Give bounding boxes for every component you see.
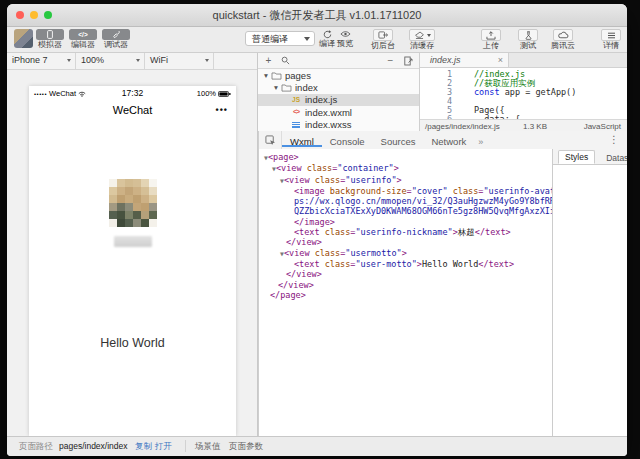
compile-mode-select[interactable]: 普通编译 (245, 31, 315, 46)
tree-item-index-wxml[interactable]: <>index.wxml (258, 106, 419, 118)
userinfo-avatar[interactable] (109, 179, 157, 227)
tab-network[interactable]: Network (423, 136, 474, 147)
wxml-node[interactable]: ▼<page> (259, 152, 552, 163)
wrench-icon (112, 30, 121, 39)
debugger-tab-bar: WxmlConsoleSourcesNetwork» ⋮ (259, 131, 627, 150)
toolbar-button-simulator[interactable]: 模拟器 (32, 29, 68, 49)
devtools-menu-icon[interactable]: ⋮ (605, 132, 623, 148)
preview-button[interactable]: 预览 (331, 29, 359, 48)
details-button[interactable]: 详情 (597, 29, 625, 50)
tree-expand-arrow[interactable]: ▼ (272, 84, 280, 91)
title-bar[interactable]: quickstart - 微信开发者工具 v1.01.1711020 (7, 4, 627, 27)
page-path-label: 页面路径 (19, 441, 53, 453)
switch-background-button[interactable]: 切后台 (366, 29, 400, 50)
toolbar: 模拟器 </> 编辑器 调试器 普通编译 编译 预览 切后台 清缓存 (7, 27, 627, 53)
tab-overflow-icon[interactable]: » (474, 137, 487, 147)
search-icon[interactable] (279, 54, 292, 67)
tab-sources[interactable]: Sources (373, 136, 424, 147)
device-select[interactable]: iPhone 7 (7, 53, 76, 69)
eraser-icon (414, 31, 425, 39)
upload-icon (486, 31, 496, 40)
wxml-node[interactable]: ▼<view class="container"> (259, 163, 552, 174)
chevron-down-icon (205, 59, 209, 62)
tab-index-js[interactable]: index.js × (420, 53, 509, 67)
chevron-down-icon (427, 34, 431, 37)
test-button[interactable]: 测试 (514, 29, 542, 50)
tree-item-index[interactable]: ▼index (258, 81, 419, 93)
code-icon: </> (69, 29, 97, 40)
more-button[interactable]: ••• (216, 100, 228, 120)
tencent-cloud-button[interactable]: 腾讯云 (545, 29, 581, 50)
tree-item-index-js[interactable]: JSindex.js (258, 94, 419, 106)
wxml-node[interactable]: </view> (259, 237, 552, 247)
wxml-node[interactable]: QZZbicXciaTXExXyD0KWAM68OGM66nTe5gz8HW5Q… (259, 206, 552, 216)
file-tree: ▼pages▼indexJSindex.js<>index.wxmlindex.… (258, 69, 419, 131)
status-bar: 页面路径 pages/index/index 复制 打开 场景值 页面参数 (7, 436, 627, 456)
main-area: iPhone 7 100% WiFi ••••• WeChat 17:32 10… (7, 53, 627, 437)
tree-item-pages[interactable]: ▼pages (258, 69, 419, 81)
flask-icon (524, 31, 533, 40)
scale-select[interactable]: 100% (76, 53, 145, 69)
simulator-panel: iPhone 7 100% WiFi ••••• WeChat 17:32 10… (7, 53, 258, 437)
file-path: /pages/index/index.js (425, 122, 500, 131)
wxml-node[interactable]: ps://wx.qlogo.cn/mmopen/vi_32/Q3auHgzwzM… (259, 196, 552, 206)
page-title: WeChat (29, 100, 236, 120)
inspect-element-icon[interactable] (259, 131, 282, 149)
user-avatar[interactable] (14, 29, 33, 48)
locate-file-icon[interactable] (402, 54, 415, 67)
close-button[interactable] (16, 11, 24, 19)
tree-item-index-wxss[interactable]: index.wxss (258, 119, 419, 131)
close-tab-icon[interactable]: × (498, 53, 503, 67)
chevron-down-icon (304, 37, 310, 41)
page-path-value: pages/index/index (59, 441, 128, 451)
upload-button[interactable]: 上传 (477, 29, 505, 50)
battery-icon (218, 91, 231, 97)
scene-value-button[interactable]: 场景值 (195, 441, 221, 453)
language-mode[interactable]: JavaScript (584, 122, 621, 131)
tab-styles[interactable]: Styles (558, 150, 595, 164)
debugger-panel: WxmlConsoleSourcesNetwork» ⋮ ▼<page>▼<vi… (258, 131, 627, 437)
tab-console[interactable]: Console (322, 136, 373, 147)
cloud-icon (558, 31, 569, 39)
wxml-node[interactable]: <image background-size="cover" class="us… (259, 186, 552, 196)
file-name: index.js (305, 94, 337, 105)
minimize-button[interactable] (30, 11, 38, 19)
wxml-node[interactable]: </page> (259, 290, 552, 300)
wxml-node[interactable]: </view> (259, 280, 552, 290)
wxml-node[interactable]: ▼<view class="userinfo"> (259, 175, 552, 186)
chevron-down-icon (136, 59, 140, 62)
chevron-down-icon (67, 59, 71, 62)
wxml-node[interactable]: <text class="user-motto">Hello World</te… (259, 259, 552, 269)
switch-background-icon (378, 31, 389, 39)
wxml-node[interactable]: </image> (259, 217, 552, 227)
window-title: quickstart - 微信开发者工具 v1.01.1711020 (7, 4, 627, 26)
clear-cache-button[interactable]: 清缓存 (403, 29, 441, 50)
file-tree-panel: + − ▼pages▼indexJSindex.js<>index.wxmlin… (258, 53, 420, 131)
wxml-node[interactable]: ▼<view class="usermotto"> (259, 248, 552, 259)
tree-expand-arrow[interactable]: ▼ (262, 72, 270, 79)
tab-dataset[interactable]: Dataset (600, 152, 627, 164)
toolbar-button-debugger[interactable]: 调试器 (98, 29, 134, 49)
phone-screen[interactable]: ••••• WeChat 17:32 100% WeChat ••• (29, 86, 236, 436)
network-select[interactable]: WiFi (145, 53, 214, 69)
divider (185, 440, 186, 452)
code-lines[interactable]: 1//index.js2//获取应用实例3const app = getApp(… (420, 67, 627, 119)
userinfo-nickname-blurred (114, 236, 152, 247)
page-params-button[interactable]: 页面参数 (229, 441, 263, 453)
editor-panel: index.js × 1//index.js2//获取应用实例3const ap… (420, 53, 627, 131)
wxml-node[interactable]: <text class="userinfo-nickname">林超</text… (259, 227, 552, 237)
file-tree-toolbar: + − (258, 53, 419, 69)
wxml-node[interactable]: </view> (259, 269, 552, 279)
zoom-button[interactable] (44, 11, 52, 19)
file-name: index.wxml (305, 107, 352, 118)
toolbar-button-editor[interactable]: </> 编辑器 (65, 29, 101, 49)
phone-status-bar: ••••• WeChat 17:32 100% (29, 86, 236, 100)
copy-path-link[interactable]: 复制 (135, 441, 152, 453)
tab-wxml[interactable]: Wxml (282, 136, 322, 147)
open-path-link[interactable]: 打开 (155, 441, 172, 453)
collapse-icon[interactable]: − (384, 54, 397, 67)
editor-tab-bar: index.js × (420, 53, 627, 68)
phone-icon (47, 30, 53, 39)
file-name: index.wxss (305, 119, 351, 130)
add-file-icon[interactable]: + (262, 54, 275, 67)
